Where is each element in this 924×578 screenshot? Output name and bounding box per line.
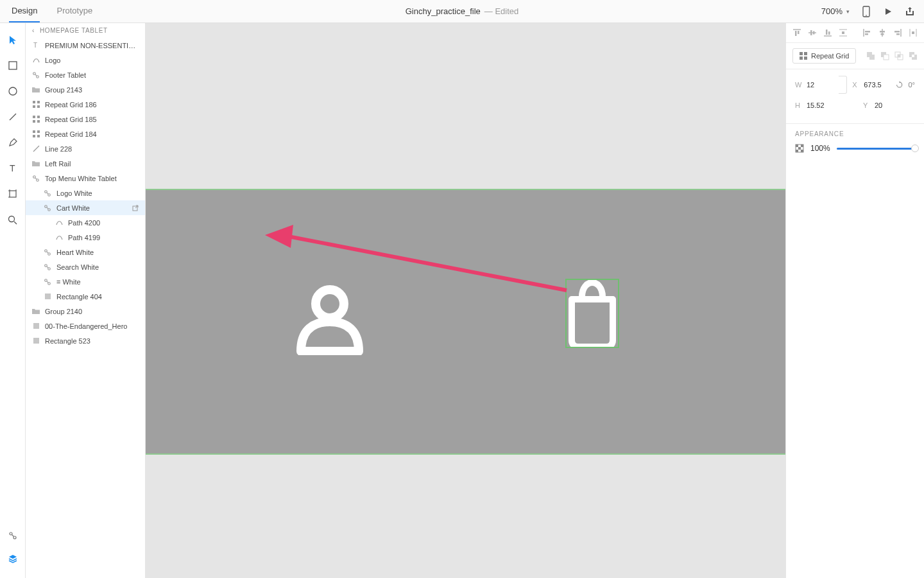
svg-line-51: [47, 281, 48, 282]
svg-point-3: [9, 87, 17, 95]
rotation-field[interactable]: 0°: [908, 81, 915, 89]
align-hcenter-icon[interactable]: [878, 28, 887, 37]
svg-rect-74: [880, 31, 885, 33]
layer-row[interactable]: Path 4200: [26, 215, 145, 230]
canvas[interactable]: [146, 23, 785, 578]
layers-icon[interactable]: [6, 552, 19, 565]
layer-row[interactable]: Footer Tablet: [26, 67, 145, 82]
layer-row[interactable]: Path 4199: [26, 230, 145, 245]
layer-row[interactable]: = White: [26, 274, 145, 289]
layer-row[interactable]: Search White: [26, 259, 145, 274]
svg-rect-52: [45, 293, 51, 299]
svg-point-44: [48, 252, 51, 255]
rotation-icon[interactable]: [896, 80, 903, 89]
svg-point-1: [866, 15, 867, 16]
svg-rect-26: [33, 120, 35, 123]
svg-rect-66: [828, 31, 830, 35]
svg-rect-30: [33, 135, 35, 137]
union-icon[interactable]: [866, 51, 875, 60]
opacity-slider[interactable]: [837, 148, 915, 150]
opacity-value[interactable]: 100%: [810, 144, 830, 153]
svg-line-45: [47, 251, 48, 252]
layer-row[interactable]: Heart White: [26, 245, 145, 259]
repeat-grid-button[interactable]: Repeat Grid: [792, 48, 856, 64]
layer-label: Path 4200: [68, 219, 141, 227]
tab-prototype[interactable]: Prototype: [54, 0, 95, 22]
layer-label: Left Rail: [45, 160, 141, 168]
svg-line-35: [35, 177, 37, 179]
align-section: [786, 23, 924, 43]
layer-row[interactable]: Logo: [26, 53, 145, 67]
intersect-icon[interactable]: [894, 51, 903, 60]
exclude-icon[interactable]: [909, 51, 918, 60]
align-right-icon[interactable]: [893, 28, 902, 37]
svg-rect-95: [912, 55, 914, 57]
layer-row[interactable]: Top Menu White Tablet: [26, 171, 145, 186]
path-icon: [32, 57, 40, 64]
line-tool[interactable]: [6, 110, 19, 123]
layer-row[interactable]: Rectangle 523: [26, 333, 145, 348]
bag-icon: [567, 280, 618, 347]
inspector-panel: Repeat Grid W12 X673.5 0° H15.52 Y20: [785, 23, 924, 578]
distribute-v-icon[interactable]: [839, 28, 848, 37]
layers-breadcrumb[interactable]: ‹ HOMEPAGE TABLET: [26, 23, 145, 38]
popout-icon[interactable]: [132, 205, 139, 211]
y-field[interactable]: Y20: [863, 101, 911, 109]
tab-design[interactable]: Design: [9, 0, 40, 22]
align-left-icon[interactable]: [862, 28, 871, 37]
link-icon: [44, 263, 51, 271]
layer-label: Logo: [45, 57, 141, 64]
play-icon[interactable]: [883, 6, 893, 17]
lock-aspect-icon[interactable]: [839, 76, 847, 94]
layer-row[interactable]: Cart White: [26, 200, 145, 215]
layer-label: Logo White: [56, 189, 141, 197]
distribute-h-icon[interactable]: [909, 28, 918, 37]
svg-rect-6: [10, 191, 16, 197]
svg-point-37: [48, 193, 51, 196]
transform-section: W12 X673.5 0° H15.52 Y20: [786, 69, 924, 124]
link-icon: [44, 204, 51, 212]
svg-rect-101: [801, 150, 803, 152]
selected-object-outline[interactable]: [565, 279, 619, 348]
topbar-right: 700% ▾: [821, 6, 915, 17]
tool-rail: T: [0, 23, 26, 578]
select-tool[interactable]: [6, 33, 19, 46]
repeat-grid-label: Repeat Grid: [811, 52, 849, 60]
width-field[interactable]: W12: [795, 81, 834, 89]
layer-row[interactable]: Left Rail: [26, 156, 145, 171]
align-top-icon[interactable]: [792, 28, 801, 37]
svg-rect-69: [842, 31, 844, 34]
zoom-tool[interactable]: [6, 213, 19, 226]
artboard-tool[interactable]: [6, 188, 19, 200]
layer-row[interactable]: 00-The-Endangered_Hero: [26, 319, 145, 333]
layer-row[interactable]: Repeat Grid 185: [26, 112, 145, 127]
layer-label: Top Menu White Tablet: [45, 175, 141, 182]
share-icon[interactable]: [905, 6, 915, 17]
layer-row[interactable]: TPREMIUM NON-ESSENTI…: [26, 38, 145, 53]
height-field[interactable]: H15.52: [795, 101, 843, 109]
layer-row[interactable]: Logo White: [26, 186, 145, 200]
layer-row[interactable]: Group 2140: [26, 304, 145, 319]
rectangle-tool[interactable]: [6, 59, 19, 72]
layer-label: = White: [56, 278, 141, 286]
svg-rect-87: [869, 55, 875, 60]
layer-row[interactable]: Line 228: [26, 141, 145, 156]
svg-rect-65: [826, 30, 828, 35]
main: T ‹ HOMEPAGE TABLET TPREMIUM NON-ESSENTI…: [0, 23, 924, 578]
breadcrumb-label: HOMEPAGE TABLET: [40, 27, 108, 34]
layer-row[interactable]: Repeat Grid 186: [26, 97, 145, 112]
x-field[interactable]: X673.5: [852, 81, 891, 89]
layer-row[interactable]: Repeat Grid 184: [26, 127, 145, 141]
ellipse-tool[interactable]: [6, 85, 19, 98]
zoom-selector[interactable]: 700% ▾: [821, 6, 850, 16]
layer-row[interactable]: Group 2143: [26, 82, 145, 97]
pen-tool[interactable]: [6, 136, 19, 149]
subtract-icon[interactable]: [880, 51, 889, 60]
layer-row[interactable]: Rectangle 404: [26, 289, 145, 304]
align-vcenter-icon[interactable]: [808, 28, 817, 37]
device-preview-icon[interactable]: [861, 6, 871, 17]
assets-icon[interactable]: [6, 529, 19, 542]
text-tool[interactable]: T: [6, 162, 19, 175]
align-bottom-icon[interactable]: [823, 28, 832, 37]
layer-label: Group 2143: [45, 86, 141, 94]
